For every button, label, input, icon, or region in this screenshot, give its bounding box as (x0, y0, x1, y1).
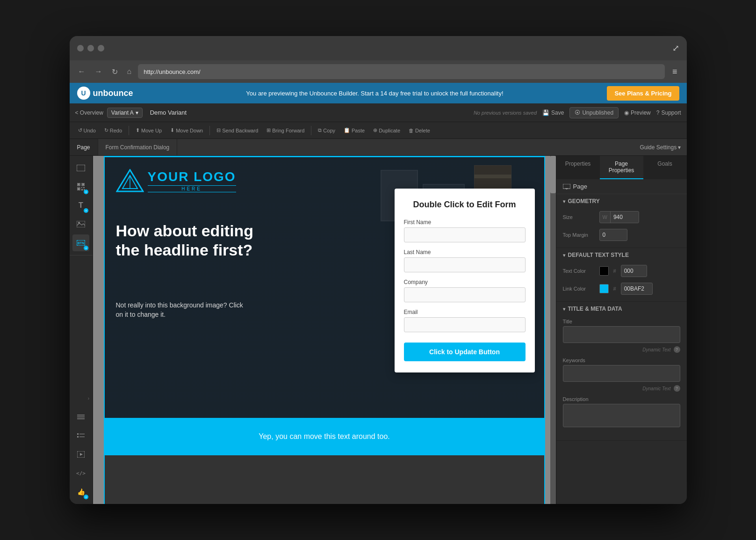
logo-area[interactable]: YOUR LOGO HERE (116, 169, 236, 192)
tool-button[interactable]: BTN + (72, 234, 89, 251)
move-up-button[interactable]: ⬆ Move Up (133, 126, 165, 135)
lastname-input[interactable] (404, 257, 526, 272)
redo-button[interactable]: ↻ Redo (101, 126, 125, 135)
support-icon: ? (656, 109, 660, 116)
expand-icon[interactable]: ⤢ (672, 43, 679, 53)
send-backward-button[interactable]: ⊟ Send Backward (214, 126, 261, 135)
form-submit-button[interactable]: Click to Update Button (404, 343, 526, 361)
geometry-toggle[interactable]: GEOMETRY (556, 194, 687, 208)
home-button[interactable]: ⌂ (124, 66, 135, 78)
save-button[interactable]: 💾 Save (542, 109, 564, 116)
browser-toolbar: ← → ↻ ⌂ http://unbounce.com/ ≡ (70, 60, 687, 83)
keywords-dynamic-text-row: Dynamic Text ? (563, 385, 680, 392)
forward-button[interactable]: → (92, 66, 105, 78)
bring-forward-button[interactable]: ⊞ Bring Forward (264, 126, 307, 135)
meta-description-input[interactable] (563, 404, 680, 427)
tool-code[interactable]: </> (72, 465, 89, 482)
see-plans-button[interactable]: See Plans & Pricing (607, 86, 679, 101)
guide-settings[interactable]: Guide Settings ▾ (634, 139, 686, 155)
text-color-swatch[interactable] (599, 266, 609, 276)
text-style-toggle[interactable]: DEFAULT TEXT STYLE (556, 248, 687, 262)
button-badge: + (84, 246, 88, 250)
meta-keywords-label: Keywords (563, 358, 680, 363)
hero-section[interactable]: YOUR LOGO HERE How about editing the hea… (105, 156, 544, 418)
title-meta-toggle[interactable]: TITLE & META DATA (556, 302, 687, 316)
duplicate-button[interactable]: ⊕ Duplicate (370, 126, 403, 135)
tab-page-properties[interactable]: Page Properties (600, 156, 643, 179)
unpublished-icon: ⦿ (575, 109, 580, 116)
meta-title-label: Title (563, 319, 680, 324)
email-input[interactable] (404, 317, 526, 332)
address-bar[interactable]: http://unbounce.com/ (138, 64, 665, 79)
browser-titlebar: ⤢ (70, 36, 687, 60)
firstname-label: First Name (404, 219, 526, 226)
company-input[interactable] (404, 287, 526, 302)
logo-sub: HERE (148, 185, 236, 192)
svg-rect-7 (81, 187, 82, 188)
paste-button[interactable]: 📋 Paste (341, 126, 367, 135)
tool-video[interactable] (72, 446, 89, 463)
canvas-area: YOUR LOGO HERE How about editing the hea… (93, 156, 556, 504)
canvas-scrollbar[interactable] (550, 156, 556, 504)
traffic-light-close[interactable] (77, 45, 84, 51)
unpublished-button[interactable]: ⦿ Unpublished (569, 107, 619, 118)
top-margin-input[interactable] (599, 229, 627, 241)
link-color-swatch[interactable] (599, 284, 609, 293)
undo-button[interactable]: ↺ Undo (75, 126, 99, 135)
delete-button[interactable]: 🗑 Delete (406, 126, 433, 135)
move-down-button[interactable]: ⬇ Move Down (167, 126, 206, 135)
browser-menu-button[interactable]: ≡ (669, 65, 681, 79)
tab-page[interactable]: Page (70, 139, 98, 155)
tool-lines[interactable] (72, 409, 89, 425)
tab-properties[interactable]: Properties (556, 156, 600, 179)
tool-section[interactable] (72, 160, 89, 176)
meta-keywords-input[interactable] (563, 365, 680, 382)
overview-link[interactable]: < Overview (75, 109, 103, 116)
size-w-input[interactable] (611, 214, 639, 220)
title-dynamic-text-help[interactable]: ? (674, 346, 680, 353)
demo-variant-label: Demo Variant (150, 109, 187, 116)
link-color-field: # (599, 283, 680, 295)
meta-title-group: Title Dynamic Text ? (563, 319, 680, 353)
tool-list[interactable] (72, 427, 89, 444)
top-margin-field-row: Top Margin (556, 226, 687, 244)
tool-social[interactable]: 👍 + (72, 483, 89, 500)
geometry-section: GEOMETRY Size W Top Margin (556, 194, 687, 248)
tab-form-confirmation[interactable]: Form Confirmation Dialog (98, 139, 178, 155)
tool-text[interactable]: T + (72, 197, 89, 214)
svg-rect-0 (77, 165, 85, 171)
traffic-light-maximize[interactable] (98, 45, 104, 51)
preview-button[interactable]: ◉ Preview (624, 109, 651, 116)
svg-marker-23 (80, 453, 83, 456)
support-button[interactable]: ? Support (656, 109, 681, 116)
hero-headline[interactable]: How about editing the headline first? (116, 221, 266, 260)
form-dialog[interactable]: Double Click to Edit Form First Name Las… (395, 189, 535, 372)
svg-rect-4 (82, 183, 84, 185)
sidebar-expand[interactable]: › (85, 390, 93, 407)
hero-subtext[interactable]: Not really into this background image? C… (116, 301, 247, 319)
support-label: Support (661, 109, 681, 116)
meta-title-input[interactable] (563, 326, 680, 343)
tool-qr[interactable]: + (72, 178, 89, 195)
right-panel-tabs: Properties Page Properties Goals (556, 156, 687, 179)
unpublished-label: Unpublished (582, 109, 613, 116)
tab-goals[interactable]: Goals (643, 156, 687, 179)
selection-indicator (105, 156, 544, 157)
refresh-button[interactable]: ↻ (109, 66, 121, 78)
traffic-light-minimize[interactable] (87, 45, 94, 51)
size-field-row: Size W (556, 208, 687, 226)
svg-rect-9 (81, 189, 83, 190)
copy-button[interactable]: ⧉ Copy (315, 126, 338, 135)
logo-triangle (116, 169, 144, 192)
footer-section[interactable]: Yep, you can move this text around too. (105, 418, 544, 455)
page-canvas[interactable]: YOUR LOGO HERE How about editing the hea… (105, 156, 544, 504)
back-button[interactable]: ← (75, 66, 88, 78)
tool-image[interactable] (72, 216, 89, 233)
text-color-input[interactable] (621, 265, 647, 277)
keywords-dynamic-text-help[interactable]: ? (674, 385, 680, 392)
link-color-input[interactable] (621, 283, 653, 295)
unbounce-logo: U unbounce (77, 87, 133, 100)
text-color-field-row: Text Color # (556, 262, 687, 280)
variant-selector[interactable]: Variant A ▾ (107, 108, 143, 118)
firstname-input[interactable] (404, 227, 526, 242)
